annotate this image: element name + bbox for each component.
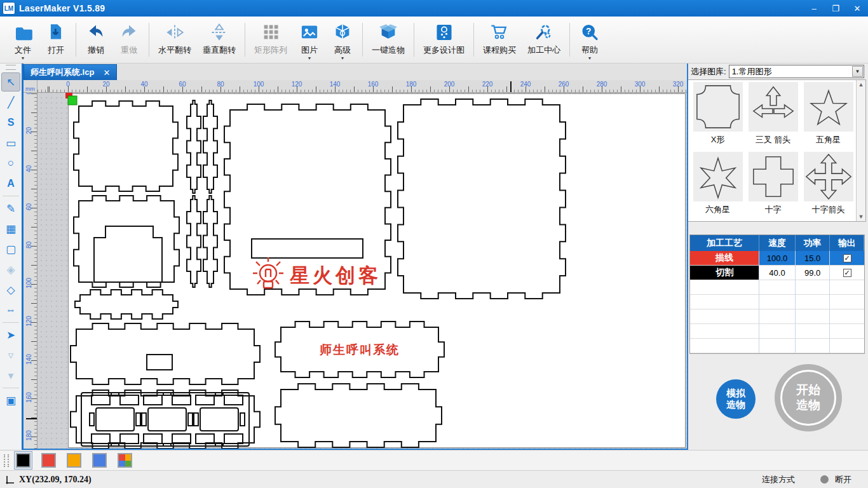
svg-text:师生呼叫系统: 师生呼叫系统 <box>319 343 400 356</box>
toolbar-button-folder[interactable]: 文件 ▼ <box>6 17 39 63</box>
h-ruler-tick-label: 140 <box>329 81 341 88</box>
toolbar-button-cube[interactable]: 高级 ▼ <box>326 17 359 63</box>
tool-fill[interactable]: ➤ <box>1 325 20 344</box>
toolbar-button-label: 图片 <box>301 44 318 56</box>
toolbar-button-help[interactable]: ? 帮助 ▼ <box>573 17 606 63</box>
ruler-unit-label: mm <box>24 80 37 93</box>
dropdown-caret-icon[interactable]: ▼ <box>21 57 25 60</box>
process-name[interactable]: 描线 <box>690 251 759 266</box>
triarrow-shape-icon[interactable] <box>749 82 798 132</box>
star5-shape-icon[interactable] <box>804 82 853 132</box>
toolbar-button-array[interactable]: 矩形阵列 <box>248 17 293 63</box>
dropdown-caret-icon[interactable]: ▼ <box>341 57 345 60</box>
v-ruler-tick-label: 180 <box>25 430 32 442</box>
crossarrow-shape-icon[interactable] <box>804 152 853 201</box>
color-swatch-000000[interactable] <box>14 451 32 470</box>
toolbar-button-label: 矩形阵列 <box>254 44 287 56</box>
tool-toolbox[interactable]: ▣ <box>1 391 20 410</box>
close-button[interactable]: ✕ <box>846 0 868 17</box>
toolbar-button-design[interactable]: 更多设计图 <box>417 17 470 63</box>
tool-rectangle[interactable]: ▭ <box>1 133 20 152</box>
v-ruler-tick-label: 40 <box>25 163 32 175</box>
gallery-item-triarrow[interactable]: 三叉 箭头 <box>745 82 801 152</box>
cross-shape-icon[interactable] <box>749 152 798 201</box>
minimize-button[interactable]: – <box>803 0 825 17</box>
gallery-item-star6[interactable]: 六角星 <box>690 152 745 221</box>
simulate-button[interactable]: 模拟造物 <box>716 379 756 419</box>
column-header: 加工工艺 <box>690 235 759 251</box>
output-checkbox[interactable]: ✓ <box>843 254 851 262</box>
power-value[interactable]: 15.0 <box>796 251 831 266</box>
gallery-item-star5[interactable]: 五角星 <box>801 82 856 152</box>
empty-process-row[interactable] <box>690 295 864 309</box>
xshape-shape-icon[interactable] <box>693 82 743 132</box>
tool-import-down[interactable]: ▿ <box>1 346 20 365</box>
color-swatch-f7a600[interactable] <box>65 451 83 470</box>
start-button[interactable]: 开始造物 <box>775 364 842 431</box>
dropdown-caret-icon[interactable]: ▼ <box>588 57 592 60</box>
toolbar-button-redo[interactable]: 重做 <box>112 17 146 63</box>
tool-spacing[interactable]: ⇔ <box>1 301 20 320</box>
toolbar-button-label: 一键造物 <box>372 44 405 56</box>
toolbar-button-fliph[interactable]: 水平翻转 <box>153 17 197 63</box>
speed-value[interactable]: 40.0 <box>759 266 796 280</box>
h-ruler-tick-label: 280 <box>595 81 608 88</box>
tool-grid[interactable]: ▦ <box>1 219 20 238</box>
toolbar-button-undo[interactable]: 撤销 <box>79 17 112 63</box>
document-tab[interactable]: 师生呼叫系统.lcp ✕ <box>24 64 117 80</box>
gallery-scrollbar[interactable]: ▲ ▼ <box>856 80 865 221</box>
gallery-item-cross[interactable]: 十字 <box>745 152 801 221</box>
gallery-item-crossarrow[interactable]: 十字箭头 <box>801 152 856 221</box>
tool-node-edit[interactable]: ◈ <box>1 260 20 279</box>
speed-value[interactable]: 100.0 <box>759 251 796 266</box>
toolbar-button-open[interactable]: 打开 <box>39 17 72 63</box>
action-buttons: 模拟造物 开始造物 <box>688 354 866 450</box>
toolbar-button-label: 撤销 <box>88 44 104 56</box>
process-row-描线[interactable]: 描线 100.0 15.0 ✓ <box>690 251 864 266</box>
colorbar-drag-handle[interactable] <box>4 454 9 467</box>
tool-line[interactable]: ╱ <box>1 93 20 112</box>
scroll-down-icon[interactable]: ▼ <box>858 214 864 220</box>
tool-measure[interactable]: ✎ <box>1 199 20 218</box>
connection-state[interactable]: 断开 <box>835 474 851 485</box>
tool-curve[interactable]: S <box>1 113 20 132</box>
tab-close-icon[interactable]: ✕ <box>103 68 110 78</box>
open-icon <box>46 22 65 43</box>
tool-export-down[interactable]: ▾ <box>1 366 20 385</box>
process-name[interactable]: 切割 <box>690 266 759 280</box>
toolbar-button-service[interactable]: 加工中心 <box>522 17 566 63</box>
service-icon <box>534 22 553 43</box>
toolbar-button-cart[interactable]: 课程购买 <box>477 17 522 63</box>
empty-process-row[interactable] <box>690 280 864 295</box>
palette-drag-handle[interactable] <box>6 65 16 70</box>
dropdown-caret-icon[interactable]: ▼ <box>308 57 312 60</box>
color-swatch-4a7de0[interactable] <box>90 451 109 470</box>
toolbar-button-image[interactable]: 图片 ▼ <box>293 17 326 63</box>
gallery-item-xshape[interactable]: X形 <box>690 82 745 152</box>
empty-process-row[interactable] <box>690 339 864 353</box>
star6-shape-icon[interactable] <box>693 152 743 201</box>
tool-select[interactable]: ↖ <box>1 72 20 92</box>
toolbar-button-box[interactable]: 一键造物 <box>366 17 410 63</box>
tool-select-area[interactable]: ▢ <box>1 240 20 259</box>
process-row-切割[interactable]: 切割 40.0 99.0 ✓ <box>690 266 864 280</box>
h-ruler-tick-label: 0 <box>62 81 74 88</box>
power-value[interactable]: 99.0 <box>796 266 831 280</box>
canvas-page[interactable]: 星火创客 <box>68 93 686 448</box>
output-checkbox[interactable]: ✓ <box>843 269 851 277</box>
tool-text[interactable]: A <box>1 174 20 193</box>
empty-process-row[interactable] <box>690 324 864 339</box>
toolbar-separator <box>149 23 149 57</box>
v-ruler-tick-label: 140 <box>25 353 32 366</box>
scroll-up-icon[interactable]: ▲ <box>858 81 864 88</box>
tool-ellipse[interactable]: ○ <box>1 154 20 173</box>
tool-eraser[interactable]: ◇ <box>1 280 20 299</box>
color-swatch-e8443a[interactable] <box>39 451 58 470</box>
library-dropdown[interactable]: 1.常用图形 ▼ <box>729 65 864 78</box>
empty-process-row[interactable] <box>690 309 864 324</box>
toolbar-button-label: 更多设计图 <box>423 44 465 56</box>
dropdown-arrow-icon[interactable]: ▼ <box>852 66 863 77</box>
color-swatch-multi[interactable] <box>116 451 134 470</box>
restore-button[interactable]: ❐ <box>825 0 846 17</box>
toolbar-button-flipv[interactable]: 垂直翻转 <box>197 17 241 63</box>
